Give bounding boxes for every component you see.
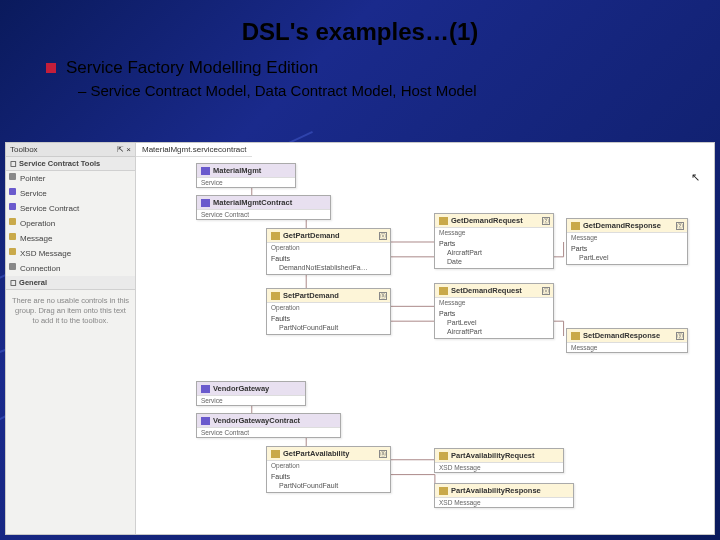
node-setdemandrequest-message[interactable]: SetDemandRequest Message PartsPartLevelA…	[434, 283, 554, 339]
xsd-message-icon	[439, 487, 448, 495]
node-getdemandrequest-message[interactable]: GetDemandRequest Message PartsAircraftPa…	[434, 213, 554, 269]
node-setdemandresponse-message[interactable]: SetDemandResponse Message ⓨ	[566, 328, 688, 353]
service-icon	[201, 385, 210, 393]
contract-icon	[201, 417, 210, 425]
bullet-main: Service Factory Modelling Edition	[40, 58, 680, 78]
node-materialmgmt-contract[interactable]: MaterialMgmtContract Service Contract	[196, 195, 331, 220]
bullet-list: Service Factory Modelling Edition – Serv…	[0, 58, 720, 107]
toolbox-section-service-contract[interactable]: ◻ Service Contract Tools	[6, 157, 135, 171]
bullet-sub: – Service Contract Model, Data Contract …	[40, 82, 680, 99]
node-partavailabilityresponse-xsdmessage[interactable]: PartAvailabilityResponse XSD Message	[434, 483, 574, 508]
toolbox-item-message[interactable]: Message	[6, 231, 135, 246]
document-tab[interactable]: MaterialMgmt.servicecontract	[136, 143, 252, 157]
expand-icon[interactable]: ⓐ	[379, 450, 387, 458]
node-setpartdemand-operation[interactable]: SetPartDemand Operation FaultsPartNotFou…	[266, 288, 391, 335]
toolbox-item-operation[interactable]: Operation	[6, 216, 135, 231]
message-icon	[571, 222, 580, 230]
toolbox-item-connection[interactable]: Connection	[6, 261, 135, 276]
expand-icon[interactable]: ⓐ	[379, 292, 387, 300]
bullet-main-text: Service Factory Modelling Edition	[66, 58, 318, 78]
expand-icon[interactable]: ⓥ	[542, 287, 550, 295]
node-getdemandresponse-message[interactable]: GetDemandResponse Message PartsPartLevel…	[566, 218, 688, 265]
diagram-screenshot: Toolbox⇱ × ◻ Service Contract Tools Poin…	[5, 142, 715, 535]
toolbox-item-pointer[interactable]: Pointer	[6, 171, 135, 186]
bullet-marker-icon	[46, 63, 56, 73]
operation-icon	[271, 450, 280, 458]
mouse-cursor-icon: ↖	[691, 171, 700, 184]
xsd-message-icon	[439, 452, 448, 460]
expand-icon[interactable]: ⓩ	[676, 222, 684, 230]
expand-icon[interactable]: ⓨ	[676, 332, 684, 340]
message-icon	[439, 217, 448, 225]
toolbox-item-service-contract[interactable]: Service Contract	[6, 201, 135, 216]
node-partavailabilityrequest-xsdmessage[interactable]: PartAvailabilityRequest XSD Message	[434, 448, 564, 473]
contract-icon	[201, 199, 210, 207]
message-icon	[439, 287, 448, 295]
node-materialmgmt-service[interactable]: MaterialMgmt Service	[196, 163, 296, 188]
node-vendorgateway-service[interactable]: VendorGateway Service	[196, 381, 306, 406]
toolbox-section-general[interactable]: ◻ General	[6, 276, 135, 290]
node-getpartavailability-operation[interactable]: GetPartAvailability Operation FaultsPart…	[266, 446, 391, 493]
expand-icon[interactable]: ⓩ	[542, 217, 550, 225]
operation-icon	[271, 292, 280, 300]
toolbox-empty-message: There are no usable controls in this gro…	[6, 290, 135, 332]
expand-icon[interactable]: ⓥ	[379, 232, 387, 240]
service-icon	[201, 167, 210, 175]
node-getpartdemand-operation[interactable]: GetPartDemand Operation FaultsDemandNotE…	[266, 228, 391, 275]
toolbox-item-service[interactable]: Service	[6, 186, 135, 201]
toolbox-pin-icon[interactable]: ⇱ ×	[117, 145, 131, 154]
toolbox-header: Toolbox⇱ ×	[6, 143, 135, 157]
toolbox-panel[interactable]: Toolbox⇱ × ◻ Service Contract Tools Poin…	[6, 143, 136, 534]
toolbox-item-xsd-message[interactable]: XSD Message	[6, 246, 135, 261]
slide-title: DSL's examples…(1)	[0, 0, 720, 58]
node-vendorgateway-contract[interactable]: VendorGatewayContract Service Contract	[196, 413, 341, 438]
operation-icon	[271, 232, 280, 240]
message-icon	[571, 332, 580, 340]
design-canvas[interactable]: MaterialMgmt.servicecontract ↖ MaterialM…	[136, 143, 714, 534]
